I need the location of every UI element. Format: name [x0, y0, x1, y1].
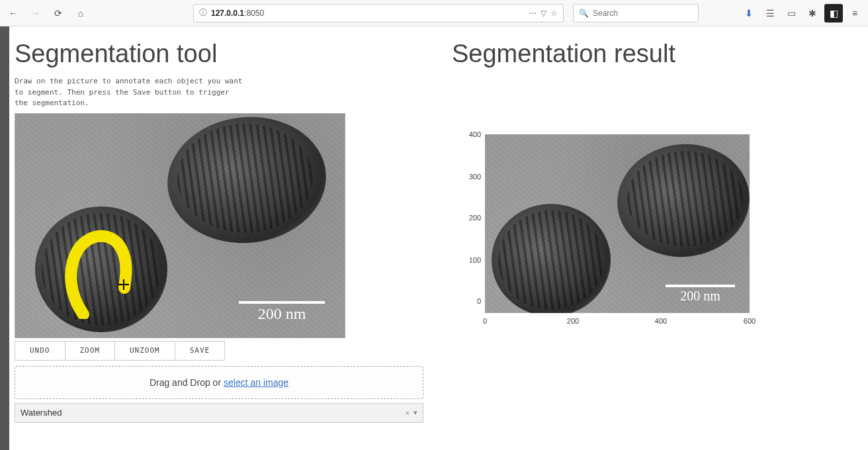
segmentation-tool-intro: Draw on the picture to annotate each obj…	[15, 76, 246, 109]
y-tick: 100	[456, 256, 481, 264]
undo-button[interactable]: UNDO	[15, 341, 65, 361]
reader-icon[interactable]: ▽	[541, 9, 546, 18]
addon-icon-2[interactable]: ◧	[824, 4, 843, 22]
result-image: 200 nm	[485, 134, 750, 313]
algorithm-selected: Watershed	[21, 408, 62, 418]
search-input[interactable]	[593, 9, 693, 18]
bookmark-star-icon[interactable]: ☆	[550, 9, 558, 18]
x-tick: 600	[744, 317, 756, 325]
hamburger-menu-icon[interactable]: ≡	[846, 4, 864, 22]
window-left-strip	[0, 26, 9, 450]
segmentation-result-title: Segmentation result	[452, 40, 863, 68]
home-button[interactable]: ⌂	[71, 4, 90, 22]
algorithm-dropdown[interactable]: Watershed × ▾	[15, 403, 423, 423]
y-tick: 300	[456, 173, 481, 181]
url-host: 127.0.0.1	[211, 9, 244, 18]
segmentation-tool-panel: Segmentation tool Draw on the picture to…	[15, 40, 425, 445]
select-image-link[interactable]: select an image	[224, 377, 288, 388]
image-dropzone[interactable]: Drag and Drop or select an image	[15, 366, 423, 399]
result-plot[interactable]: 400 300 200 100 0 200 nm 0	[452, 121, 836, 320]
zoom-button[interactable]: ZOOM	[65, 341, 116, 361]
url-bar[interactable]: ⓘ 127.0.0.1:8050 ⋯ ▽ ☆	[193, 4, 564, 22]
back-button[interactable]: ←	[4, 4, 22, 22]
annotation-canvas[interactable]: 200 nm	[15, 113, 345, 338]
scalebar-label: 200 nm	[239, 305, 325, 323]
more-icon[interactable]: ⋯	[529, 9, 537, 18]
scalebar-label: 200 nm	[666, 289, 735, 304]
forward-button[interactable]: →	[26, 4, 45, 22]
crosshair-cursor	[118, 279, 129, 290]
y-tick: 200	[456, 214, 481, 222]
save-button[interactable]: SAVE	[175, 341, 226, 361]
scalebar: 200 nm	[239, 301, 325, 323]
url-port: :8050	[244, 9, 264, 18]
segmentation-result-panel: Segmentation result 400 300 200 100 0	[452, 40, 863, 445]
segmentation-tool-title: Segmentation tool	[15, 40, 425, 68]
y-tick: 0	[456, 297, 481, 305]
canvas-toolbar: UNDO ZOOM UNZOOM SAVE	[15, 341, 425, 361]
chevron-down-icon[interactable]: ▾	[413, 408, 417, 417]
info-icon: ⓘ	[199, 7, 207, 19]
browser-toolbar: ← → ⟳ ⌂ ⓘ 127.0.0.1:8050 ⋯ ▽ ☆ 🔍 ⬇ ☰ ▭ ✱…	[0, 0, 868, 26]
sidebar-icon[interactable]: ▭	[782, 4, 801, 22]
dropzone-text: Drag and Drop or	[150, 377, 221, 388]
scalebar: 200 nm	[666, 285, 735, 304]
x-tick: 400	[655, 317, 667, 325]
x-tick: 0	[483, 317, 487, 325]
addon-icon-1[interactable]: ✱	[803, 4, 822, 22]
unzoom-button[interactable]: UNZOOM	[115, 341, 175, 361]
x-tick: 200	[567, 317, 579, 325]
reload-button[interactable]: ⟳	[49, 4, 67, 22]
search-bar[interactable]: 🔍	[573, 4, 699, 22]
y-tick: 400	[456, 130, 481, 138]
downloads-icon[interactable]: ⬇	[740, 4, 758, 22]
search-icon: 🔍	[579, 9, 589, 18]
library-icon[interactable]: ☰	[761, 4, 779, 22]
dropdown-clear-icon[interactable]: ×	[406, 409, 410, 417]
